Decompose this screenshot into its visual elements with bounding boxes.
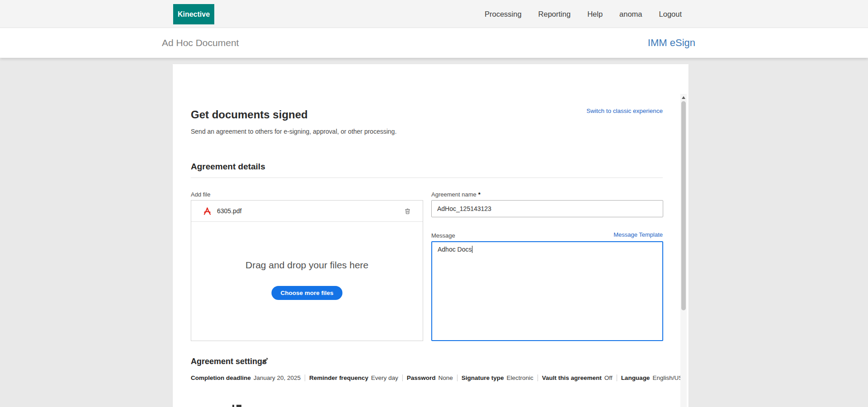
setting-vault: Vault this agreementOff xyxy=(542,374,613,381)
setting-label: Completion deadline xyxy=(191,374,251,381)
nav-help[interactable]: Help xyxy=(587,10,603,19)
agreement-name-label-text: Agreement name xyxy=(431,191,476,198)
message-text: Adhoc Docs xyxy=(438,246,472,253)
setting-value: Electronic xyxy=(507,374,533,381)
dropzone[interactable]: Drag and drop your files here Choose mor… xyxy=(191,222,423,341)
message-textarea[interactable]: Adhoc Docs xyxy=(431,241,663,341)
file-name: 6305.pdf xyxy=(217,207,242,215)
nav-logout[interactable]: Logout xyxy=(659,10,682,19)
setting-value: None xyxy=(438,374,453,381)
setting-label: Language xyxy=(621,374,650,381)
nav-username[interactable]: anoma xyxy=(619,10,642,19)
scrollbar-thumb[interactable] xyxy=(681,101,686,310)
agreement-name-label: Agreement name* xyxy=(431,191,481,198)
setting-label: Password xyxy=(407,374,436,381)
page-title: Ad Hoc Document xyxy=(162,28,239,58)
content-card: Get documents signed Send an agreement t… xyxy=(173,64,689,407)
pdf-icon xyxy=(203,207,212,215)
setting-completion-deadline: Completion deadlineJanuary 20, 2025 xyxy=(191,374,301,381)
top-nav: Processing Reporting Help anoma Logout xyxy=(485,0,682,28)
scroll-up-arrow-icon[interactable] xyxy=(682,96,685,99)
edit-settings-icon[interactable] xyxy=(261,357,269,365)
choose-more-files-button[interactable]: Choose more files xyxy=(271,286,342,300)
setting-divider xyxy=(402,374,403,381)
nav-processing[interactable]: Processing xyxy=(485,10,522,19)
top-bar: Kinective Processing Reporting Help anom… xyxy=(0,0,868,28)
setting-label: Signature type xyxy=(462,374,504,381)
setting-reminder-frequency: Reminder frequencyEvery day xyxy=(309,374,398,381)
product-name: IMM eSign xyxy=(648,28,695,58)
file-row: 6305.pdf xyxy=(191,201,423,222)
text-caret xyxy=(472,246,472,253)
agreement-settings-title: Agreement settings xyxy=(191,357,267,366)
setting-value: English/US xyxy=(652,374,683,381)
setting-divider xyxy=(538,374,538,381)
setting-divider xyxy=(305,374,305,381)
setting-signature-type: Signature typeElectronic xyxy=(462,374,533,381)
setting-password: PasswordNone xyxy=(407,374,453,381)
setting-value: January 20, 2025 xyxy=(254,374,301,381)
dropzone-text: Drag and drop your files here xyxy=(191,260,423,271)
title-bar: Ad Hoc Document IMM eSign xyxy=(0,28,868,58)
setting-value: Off xyxy=(604,374,613,381)
file-panel: 6305.pdf Drag and drop your files here C… xyxy=(191,200,423,341)
scrollbar-track[interactable] xyxy=(680,94,687,407)
kinective-logo[interactable]: Kinective xyxy=(173,4,214,24)
message-template-link[interactable]: Message Template xyxy=(613,231,663,238)
setting-label: Reminder frequency xyxy=(309,374,368,381)
setting-divider xyxy=(457,374,458,381)
switch-classic-link[interactable]: Switch to classic experience xyxy=(586,108,663,114)
main-heading: Get documents signed xyxy=(191,108,308,121)
cropped-next-section xyxy=(232,405,244,407)
agreement-details-title: Agreement details xyxy=(191,162,265,172)
setting-value: Every day xyxy=(371,374,398,381)
setting-label: Vault this agreement xyxy=(542,374,602,381)
settings-summary: Completion deadlineJanuary 20, 2025 Remi… xyxy=(191,374,683,381)
required-asterisk: * xyxy=(478,191,481,198)
message-label: Message xyxy=(431,232,455,239)
setting-language: LanguageEnglish/US xyxy=(621,374,683,381)
main-subheading: Send an agreement to others for e-signin… xyxy=(191,128,396,135)
delete-file-icon[interactable] xyxy=(404,207,411,215)
add-file-label: Add file xyxy=(191,191,210,198)
section-divider xyxy=(191,178,663,178)
agreement-name-input[interactable] xyxy=(431,200,663,217)
nav-reporting[interactable]: Reporting xyxy=(538,10,571,19)
setting-divider xyxy=(617,374,617,381)
